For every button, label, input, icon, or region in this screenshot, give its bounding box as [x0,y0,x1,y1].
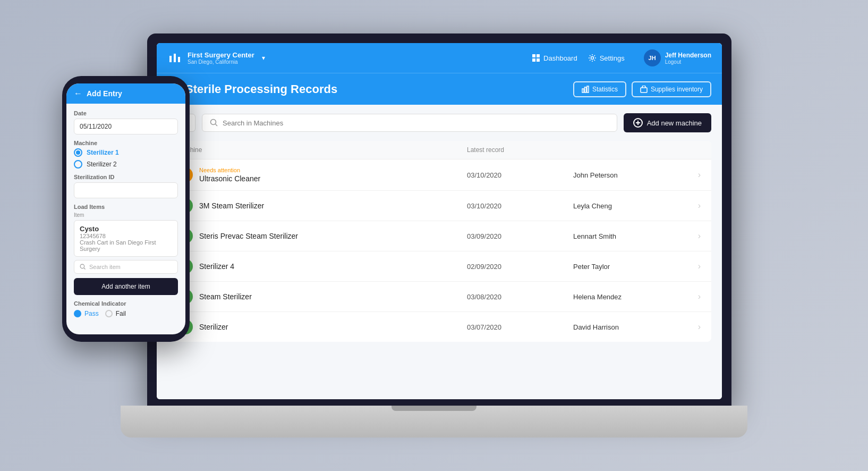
clinic-name: First Surgery Center [188,51,254,59]
chem-pass-radio [74,310,81,317]
dashboard-icon [532,54,540,62]
phone-item-name: Cysto [80,225,172,233]
toolbar: ▾ Add new machine [167,113,711,132]
user-logout-link[interactable]: Logout [665,59,711,65]
add-machine-label: Add new machine [647,119,702,127]
record-user-4: Helena Mendez [573,293,679,301]
header-user: JH Jeff Henderson Logout [644,49,711,66]
phone-item-location: Crash Cart in San Diego First Surgery [80,239,172,252]
table-row[interactable]: Steris Prevac Steam Sterilizer 03/09/202… [167,221,711,251]
search-bar [202,114,617,132]
row-chevron-4: › [679,292,701,301]
search-input[interactable] [223,119,609,127]
record-date-2: 03/09/2020 [467,232,573,240]
phone-search-placeholder: Search item [89,264,121,270]
add-machine-button[interactable]: Add new machine [624,113,711,132]
row-chevron-3: › [679,262,701,271]
phone-search-item-bar[interactable]: Search item [74,260,178,274]
record-user-5: David Harrison [573,323,679,331]
svg-rect-13 [641,88,647,92]
page-title-bar: ← Sterile Processing Records Statistics … [157,73,722,105]
nav-settings[interactable]: Settings [588,54,625,62]
svg-rect-11 [584,87,586,92]
col-actions [679,146,701,154]
phone-chem-pass-option[interactable]: Pass [74,310,99,317]
phone-date-input[interactable] [74,119,178,134]
machine-name-2: Steris Prevac Steam Sterilizer [199,232,298,240]
row-chevron-2: › [679,231,701,241]
svg-point-0 [80,264,84,268]
svg-line-18 [216,124,218,127]
table-row[interactable]: 3M Steam Sterilizer 03/10/2020 Leyla Che… [167,191,711,221]
machine-name-5: Sterilizer [199,323,228,331]
laptop-base [121,406,747,438]
record-date-0: 03/10/2020 [467,171,573,179]
record-user-0: John Peterson [573,171,679,179]
svg-rect-10 [582,89,584,92]
header-logo: First Surgery Center San Diego, Californ… [167,51,265,65]
phone-chem-fail-option[interactable]: Fail [105,310,126,317]
header-nav: Dashboard Settings JH Jeff Henderson Log… [532,49,711,66]
radio-dot-1 [74,148,82,157]
user-name: Jeff Henderson [665,52,711,59]
svg-point-9 [591,57,593,60]
supplies-inventory-label: Supplies inventory [651,86,703,93]
svg-rect-8 [537,58,540,62]
phone-back-button[interactable]: ← [74,89,82,98]
page-title: Sterile Processing Records [185,82,573,96]
supplies-inventory-button[interactable]: Supplies inventory [632,81,711,97]
record-date-5: 03/07/2020 [467,323,573,331]
machine-name-4: Steam Sterilizer [199,292,252,301]
settings-icon [588,54,597,62]
record-user-2: Lennart Smith [573,232,679,240]
machine-option-1-label: Sterilizer 1 [87,149,119,156]
machine-table: Machine Latest record ? Needs attentio [167,141,711,342]
main-content: ▾ Add new machine [157,105,722,399]
table-header: Machine Latest record [167,141,711,159]
phone-search-icon [80,264,86,270]
machine-name-0: Ultrasonic Cleaner [199,174,260,183]
svg-rect-4 [178,57,180,62]
record-user-1: Leyla Cheng [573,202,679,210]
chem-fail-radio [105,310,113,317]
needs-attention-label: Needs attention [199,167,260,173]
record-date-3: 02/09/2020 [467,263,573,271]
phone-sterilization-id-input[interactable] [74,182,178,198]
row-chevron-5: › [679,322,701,332]
svg-rect-12 [587,86,589,92]
table-row[interactable]: ? Needs attention Ultrasonic Cleaner 03/… [167,159,711,191]
table-row[interactable]: Sterilizer 03/07/2020 David Harrison › [167,312,711,342]
radio-dot-2 [74,160,82,169]
svg-point-17 [211,120,216,125]
app-header: First Surgery Center San Diego, Californ… [157,43,722,73]
statistics-button[interactable]: Statistics [573,81,626,97]
nav-dashboard-label: Dashboard [543,54,577,62]
svg-rect-3 [174,54,176,62]
phone-item-id: 12345678 [80,233,172,239]
chem-pass-label: Pass [84,310,99,317]
add-icon [633,118,643,128]
search-icon [210,119,218,127]
phone-machine-option-1[interactable]: Sterilizer 1 [74,148,178,157]
phone-item-card: Cysto 12345678 Crash Cart in San Diego F… [74,220,178,257]
phone-mockup: ← Add Entry Date Machine Sterilizer 1 St… [62,76,190,342]
clinic-location: San Diego, California [188,59,254,65]
machine-option-2-label: Sterilizer 2 [87,161,117,168]
table-row[interactable]: Sterilizer 4 02/09/2020 Peter Taylor › [167,251,711,282]
phone-chemical-indicator-label: Chemical Indicator [74,300,178,307]
svg-rect-6 [537,54,540,57]
user-avatar: JH [644,49,661,66]
nav-dashboard[interactable]: Dashboard [532,54,577,62]
machine-name-3: Sterilizer 4 [199,262,234,271]
statistics-label: Statistics [592,86,618,93]
table-row[interactable]: Steam Sterilizer 03/08/2020 Helena Mende… [167,282,711,312]
phone-load-items-label: Load Items [74,204,178,210]
phone-page-title: Add Entry [87,89,122,98]
phone-machine-option-2[interactable]: Sterilizer 2 [74,160,178,169]
svg-rect-2 [169,56,172,62]
col-latest-record: Latest record [467,146,573,154]
phone-sterilization-id-label: Sterilization ID [74,174,178,180]
phone-add-item-button[interactable]: Add another item [74,278,178,295]
logo-icon [167,51,182,65]
clinic-dropdown-icon[interactable]: ▾ [262,54,265,62]
